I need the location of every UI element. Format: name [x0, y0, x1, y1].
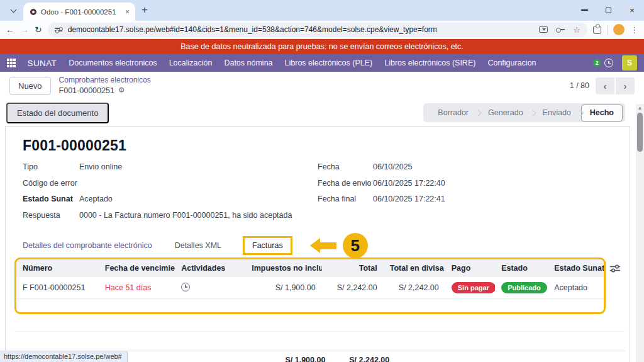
col-numero[interactable]: Número: [16, 259, 99, 277]
col-total-divisa[interactable]: Total en divisa: [384, 259, 445, 277]
browser-toolbar: ← → ↻ democontable17.solse.pe/web#id=140…: [0, 21, 644, 39]
apps-grid-icon[interactable]: [7, 59, 16, 67]
scrollbar-thumb[interactable]: [637, 113, 643, 152]
field-value-respuesta[interactable]: 0000 - La Factura numero F001-00000251, …: [79, 211, 292, 227]
address-bar[interactable]: democontable17.solse.pe/web#id=140&cids=…: [48, 23, 587, 37]
pager-previous-button[interactable]: ‹: [596, 77, 614, 94]
user-avatar[interactable]: S: [622, 55, 637, 71]
test-database-banner: Base de datos neutralizada para pruebas:…: [0, 39, 644, 54]
cell-vencimiento[interactable]: Hace 51 días: [99, 277, 175, 299]
cell-total[interactable]: S/ 2,242.00: [322, 277, 384, 299]
col-impuestos[interactable]: Impuestos no incluidos: [245, 259, 321, 277]
breadcrumb: Comprobantes electronicos F001-00000251 …: [59, 76, 151, 96]
col-estado[interactable]: Estado: [495, 259, 548, 277]
browser-tab-title: Odoo - F001-00000251: [41, 8, 119, 16]
sliders-icon: [610, 264, 620, 273]
invoice-table-header-row: Número Fecha de vencimiento Actividades …: [16, 259, 604, 277]
cell-total-divisa[interactable]: S/ 2,242.00: [384, 277, 445, 299]
extensions-icon[interactable]: [593, 26, 601, 34]
activity-clock-icon[interactable]: [181, 283, 190, 291]
reload-button[interactable]: ↻: [35, 25, 42, 35]
gear-icon[interactable]: ⚙: [118, 86, 125, 96]
cell-impuestos[interactable]: S/ 1,900.00: [245, 277, 321, 299]
scroll-up-icon[interactable]: ▲: [638, 105, 643, 111]
menu-localizacion[interactable]: Localización: [169, 59, 213, 67]
password-key-icon[interactable]: [556, 27, 565, 32]
browser-menu-icon[interactable]: ⋮: [630, 25, 638, 35]
tab-facturas[interactable]: Facturas: [243, 236, 292, 255]
invoice-table: Número Fecha de vencimiento Actividades …: [16, 259, 604, 299]
col-fecha-vencimiento[interactable]: Fecha de vencimiento: [99, 259, 175, 277]
app-navbar: SUNAT Documentos electronicos Localizaci…: [0, 54, 644, 72]
odoo-favicon-icon: [30, 9, 36, 15]
col-actividades[interactable]: Actividades: [175, 259, 245, 277]
restore-button[interactable]: [596, 0, 620, 20]
status-step-hecho[interactable]: Hecho: [581, 105, 623, 122]
document-title: F001-00000251: [23, 137, 630, 154]
close-button[interactable]: ×: [620, 0, 644, 20]
tab-search-button[interactable]: [6, 4, 21, 18]
tab-close-icon[interactable]: ×: [124, 8, 131, 16]
vertical-scrollbar[interactable]: ▲: [636, 104, 644, 362]
banner-text: Base de datos neutralizada para pruebas:…: [180, 42, 464, 51]
field-value-estado-sunat[interactable]: Aceptado: [79, 195, 113, 211]
cell-actividades[interactable]: [175, 277, 245, 299]
forward-button[interactable]: →: [20, 25, 29, 35]
tab-detalles-xml[interactable]: Detalles XML: [175, 241, 221, 250]
new-button[interactable]: Nuevo: [9, 77, 51, 95]
field-label-fecha: Fecha: [318, 162, 373, 179]
field-value-fecha-envio[interactable]: 06/10/2025 17:22:40: [373, 179, 445, 195]
breadcrumb-parent[interactable]: Comprobantes electronicos: [59, 76, 151, 86]
browser-tab[interactable]: Odoo - F001-00000251 ×: [23, 3, 135, 21]
optional-columns-button[interactable]: [606, 257, 625, 273]
menu-datos-nomina[interactable]: Datos nómina: [224, 59, 272, 67]
field-value-fecha[interactable]: 06/10/2025: [373, 162, 413, 179]
minimize-button[interactable]: [572, 0, 596, 20]
cell-numero[interactable]: F F001-00000251: [16, 277, 99, 299]
new-tab-button[interactable]: +: [142, 4, 148, 16]
app-brand[interactable]: SUNAT: [28, 59, 57, 68]
field-label-fecha-envio: Fecha de envio: [318, 179, 373, 195]
status-step-enviado[interactable]: Enviado: [533, 103, 580, 122]
form-status-bar: Estado del documento Borrador Generado E…: [0, 99, 644, 126]
browser-status-link: https://democontable17.solse.pe/web#: [0, 351, 128, 362]
activities-clock-icon[interactable]: [604, 59, 613, 67]
field-label-codigo-error: Código de error: [23, 179, 79, 195]
browser-tab-strip: Odoo - F001-00000251 × + ×: [0, 0, 644, 21]
document-state-button[interactable]: Estado del documento: [6, 103, 109, 123]
invoice-row[interactable]: F F001-00000251 Hace 51 días S/ 1,900.00…: [16, 277, 604, 299]
pager-next-button[interactable]: ›: [616, 77, 635, 94]
col-total[interactable]: Total: [322, 259, 384, 277]
url-text[interactable]: democontable17.solse.pe/web#id=140&cids=…: [68, 25, 534, 34]
install-app-icon[interactable]: [539, 26, 548, 33]
menu-documentos-electronicos[interactable]: Documentos electronicos: [69, 59, 157, 67]
total-total: S/ 2,242.00: [331, 351, 396, 362]
annotation-step-badge: 5: [343, 233, 368, 258]
form-sheet: F001-00000251 Tipo Envio online Código d…: [5, 126, 630, 362]
field-label-estado-sunat: Estado Sunat: [23, 195, 79, 211]
back-button[interactable]: ←: [6, 25, 14, 35]
minimize-icon: [581, 9, 588, 11]
menu-libros-ple[interactable]: Libros electrónicos (PLE): [285, 59, 373, 67]
status-step-generado[interactable]: Generado: [479, 103, 533, 122]
field-value-fecha-final[interactable]: 06/10/2025 17:22:41: [373, 195, 445, 211]
status-step-borrador[interactable]: Borrador: [428, 103, 478, 122]
tab-detalles-comprobante[interactable]: Detalles del comprobante electrónico: [23, 241, 152, 250]
record-pager: 1 / 80 ‹ ›: [570, 77, 635, 94]
col-pago[interactable]: Pago: [445, 259, 495, 277]
menu-configuracion[interactable]: Configuracion: [487, 59, 536, 67]
bookmark-star-icon[interactable]: ☆: [573, 25, 580, 35]
menu-libros-sire[interactable]: Libros electrónicos (SIRE): [384, 59, 475, 67]
window-controls: ×: [572, 0, 644, 20]
field-label-fecha-final: Fecha final: [318, 195, 373, 211]
toolbar-divider: [607, 25, 608, 35]
field-grid: Tipo Envio online Código de error Estado…: [23, 162, 613, 227]
control-panel: Nuevo Comprobantes electronicos F001-000…: [0, 72, 644, 99]
col-estado-sunat[interactable]: Estado Sunat: [548, 259, 604, 277]
field-value-tipo[interactable]: Envio online: [79, 162, 122, 179]
cell-estado: Publicado: [495, 277, 548, 299]
browser-profile-avatar[interactable]: [613, 24, 625, 35]
site-settings-icon[interactable]: [55, 28, 62, 31]
invoice-table-highlight: Número Fecha de vencimiento Actividades …: [14, 257, 606, 314]
pager-counter: 1 / 80: [570, 81, 589, 90]
